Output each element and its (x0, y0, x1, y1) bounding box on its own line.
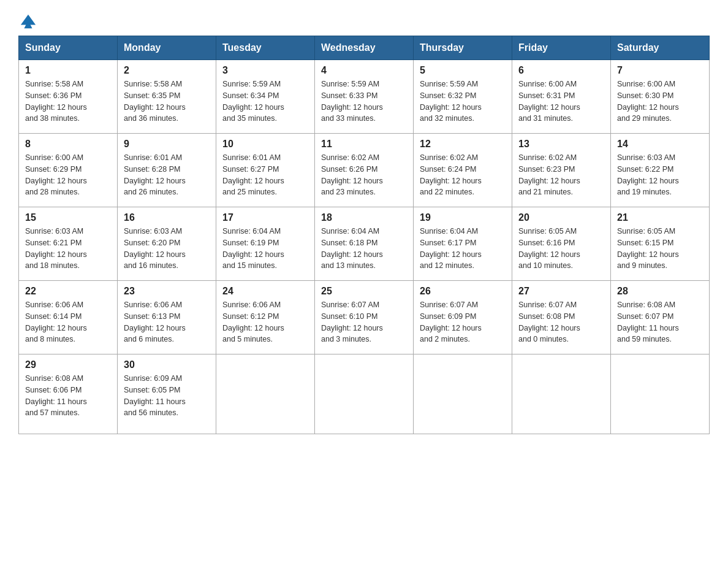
day-number: 18 (321, 212, 407, 223)
calendar-cell: 24Sunrise: 6:06 AMSunset: 6:12 PMDayligh… (216, 281, 315, 354)
day-info: Sunrise: 5:59 AMSunset: 6:34 PMDaylight:… (222, 79, 308, 124)
day-info: Sunrise: 6:06 AMSunset: 6:14 PMDaylight:… (25, 299, 111, 345)
day-info: Sunrise: 6:00 AMSunset: 6:30 PMDaylight:… (617, 79, 703, 124)
weekday-header-monday: Monday (118, 36, 216, 60)
day-number: 27 (518, 286, 604, 297)
calendar-cell: 29Sunrise: 6:08 AMSunset: 6:06 PMDayligh… (19, 354, 118, 434)
day-number: 26 (420, 286, 506, 297)
day-info: Sunrise: 6:02 AMSunset: 6:24 PMDaylight:… (420, 152, 506, 198)
calendar-cell: 5Sunrise: 5:59 AMSunset: 6:32 PMDaylight… (414, 60, 512, 134)
day-number: 7 (617, 65, 703, 76)
day-number: 19 (420, 212, 506, 223)
day-number: 16 (124, 212, 210, 223)
day-info: Sunrise: 6:07 AMSunset: 6:10 PMDaylight:… (321, 299, 407, 345)
day-number: 25 (321, 286, 407, 297)
calendar-cell: 22Sunrise: 6:06 AMSunset: 6:14 PMDayligh… (19, 281, 118, 354)
calendar-week-row-1: 1Sunrise: 5:58 AMSunset: 6:36 PMDaylight… (19, 60, 710, 134)
weekday-header-saturday: Saturday (611, 36, 710, 60)
calendar-cell: 7Sunrise: 6:00 AMSunset: 6:30 PMDaylight… (611, 60, 710, 134)
day-info: Sunrise: 6:05 AMSunset: 6:15 PMDaylight:… (617, 226, 703, 272)
day-info: Sunrise: 6:05 AMSunset: 6:16 PMDaylight:… (518, 226, 604, 272)
calendar-week-row-4: 22Sunrise: 6:06 AMSunset: 6:14 PMDayligh… (19, 281, 710, 354)
calendar-cell: 23Sunrise: 6:06 AMSunset: 6:13 PMDayligh… (118, 281, 216, 354)
day-info: Sunrise: 6:08 AMSunset: 6:07 PMDaylight:… (617, 299, 703, 345)
calendar-cell: 20Sunrise: 6:05 AMSunset: 6:16 PMDayligh… (512, 207, 611, 281)
calendar-cell (315, 354, 414, 434)
calendar-cell: 3Sunrise: 5:59 AMSunset: 6:34 PMDaylight… (216, 60, 315, 134)
weekday-header-tuesday: Tuesday (216, 36, 315, 60)
calendar-cell (512, 354, 611, 434)
calendar-cell: 16Sunrise: 6:03 AMSunset: 6:20 PMDayligh… (118, 207, 216, 281)
day-info: Sunrise: 6:03 AMSunset: 6:20 PMDaylight:… (124, 226, 210, 272)
day-info: Sunrise: 6:07 AMSunset: 6:09 PMDaylight:… (420, 299, 506, 345)
weekday-header-sunday: Sunday (19, 36, 118, 60)
day-number: 6 (518, 65, 604, 76)
day-number: 3 (222, 65, 308, 76)
calendar-week-row-5: 29Sunrise: 6:08 AMSunset: 6:06 PMDayligh… (19, 354, 710, 434)
calendar-week-row-3: 15Sunrise: 6:03 AMSunset: 6:21 PMDayligh… (19, 207, 710, 281)
day-number: 21 (617, 212, 703, 223)
day-number: 24 (222, 286, 308, 297)
day-number: 4 (321, 65, 407, 76)
day-number: 1 (25, 65, 111, 76)
calendar-cell: 13Sunrise: 6:02 AMSunset: 6:23 PMDayligh… (512, 134, 611, 207)
calendar-table: SundayMondayTuesdayWednesdayThursdayFrid… (18, 36, 710, 434)
day-info: Sunrise: 6:04 AMSunset: 6:18 PMDaylight:… (321, 226, 407, 272)
day-info: Sunrise: 5:59 AMSunset: 6:32 PMDaylight:… (420, 79, 506, 124)
calendar-cell: 27Sunrise: 6:07 AMSunset: 6:08 PMDayligh… (512, 281, 611, 354)
day-number: 22 (25, 286, 111, 297)
day-info: Sunrise: 5:58 AMSunset: 6:36 PMDaylight:… (25, 79, 111, 124)
day-number: 20 (518, 212, 604, 223)
day-info: Sunrise: 6:02 AMSunset: 6:26 PMDaylight:… (321, 152, 407, 198)
day-info: Sunrise: 5:58 AMSunset: 6:35 PMDaylight:… (124, 79, 210, 124)
calendar-cell: 6Sunrise: 6:00 AMSunset: 6:31 PMDaylight… (512, 60, 611, 134)
page-header (18, 12, 710, 29)
day-info: Sunrise: 6:02 AMSunset: 6:23 PMDaylight:… (518, 152, 604, 198)
day-number: 14 (617, 139, 703, 150)
day-number: 28 (617, 286, 703, 297)
logo-icon (20, 12, 37, 29)
calendar-cell: 9Sunrise: 6:01 AMSunset: 6:28 PMDaylight… (118, 134, 216, 207)
day-number: 29 (25, 359, 111, 370)
calendar-cell: 21Sunrise: 6:05 AMSunset: 6:15 PMDayligh… (611, 207, 710, 281)
weekday-header-wednesday: Wednesday (315, 36, 414, 60)
calendar-cell: 30Sunrise: 6:09 AMSunset: 6:05 PMDayligh… (118, 354, 216, 434)
logo (18, 12, 37, 29)
day-info: Sunrise: 6:03 AMSunset: 6:21 PMDaylight:… (25, 226, 111, 272)
calendar-cell: 2Sunrise: 5:58 AMSunset: 6:35 PMDaylight… (118, 60, 216, 134)
calendar-cell (414, 354, 512, 434)
calendar-cell: 19Sunrise: 6:04 AMSunset: 6:17 PMDayligh… (414, 207, 512, 281)
day-info: Sunrise: 6:01 AMSunset: 6:27 PMDaylight:… (222, 152, 308, 198)
day-number: 23 (124, 286, 210, 297)
day-number: 12 (420, 139, 506, 150)
day-number: 2 (124, 65, 210, 76)
day-info: Sunrise: 6:01 AMSunset: 6:28 PMDaylight:… (124, 152, 210, 198)
calendar-cell: 17Sunrise: 6:04 AMSunset: 6:19 PMDayligh… (216, 207, 315, 281)
calendar-cell: 1Sunrise: 5:58 AMSunset: 6:36 PMDaylight… (19, 60, 118, 134)
day-info: Sunrise: 6:04 AMSunset: 6:17 PMDaylight:… (420, 226, 506, 272)
day-info: Sunrise: 6:06 AMSunset: 6:13 PMDaylight:… (124, 299, 210, 345)
calendar-cell: 14Sunrise: 6:03 AMSunset: 6:22 PMDayligh… (611, 134, 710, 207)
calendar-cell: 8Sunrise: 6:00 AMSunset: 6:29 PMDaylight… (19, 134, 118, 207)
calendar-cell: 4Sunrise: 5:59 AMSunset: 6:33 PMDaylight… (315, 60, 414, 134)
calendar-week-row-2: 8Sunrise: 6:00 AMSunset: 6:29 PMDaylight… (19, 134, 710, 207)
weekday-header-friday: Friday (512, 36, 611, 60)
day-info: Sunrise: 6:09 AMSunset: 6:05 PMDaylight:… (124, 373, 210, 419)
day-number: 17 (222, 212, 308, 223)
day-number: 11 (321, 139, 407, 150)
day-info: Sunrise: 6:04 AMSunset: 6:19 PMDaylight:… (222, 226, 308, 272)
day-info: Sunrise: 6:00 AMSunset: 6:29 PMDaylight:… (25, 152, 111, 198)
weekday-header-row: SundayMondayTuesdayWednesdayThursdayFrid… (19, 36, 710, 60)
day-info: Sunrise: 6:00 AMSunset: 6:31 PMDaylight:… (518, 79, 604, 124)
calendar-cell (216, 354, 315, 434)
calendar-cell: 26Sunrise: 6:07 AMSunset: 6:09 PMDayligh… (414, 281, 512, 354)
day-number: 5 (420, 65, 506, 76)
day-number: 30 (124, 359, 210, 370)
calendar-cell: 25Sunrise: 6:07 AMSunset: 6:10 PMDayligh… (315, 281, 414, 354)
day-number: 9 (124, 139, 210, 150)
day-info: Sunrise: 6:08 AMSunset: 6:06 PMDaylight:… (25, 373, 111, 419)
day-number: 8 (25, 139, 111, 150)
day-number: 13 (518, 139, 604, 150)
calendar-cell: 18Sunrise: 6:04 AMSunset: 6:18 PMDayligh… (315, 207, 414, 281)
calendar-cell: 28Sunrise: 6:08 AMSunset: 6:07 PMDayligh… (611, 281, 710, 354)
